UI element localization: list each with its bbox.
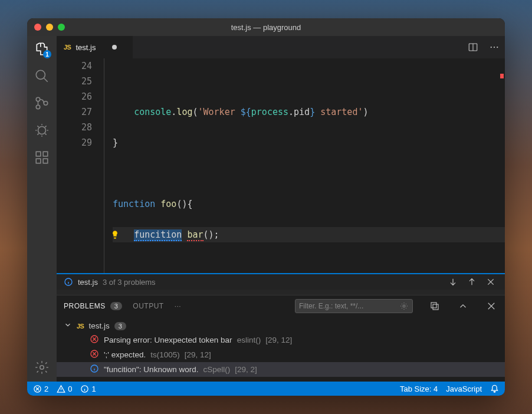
file-problem-count: 3 xyxy=(114,322,126,330)
minimize-icon[interactable] xyxy=(46,24,53,31)
peek-close-icon[interactable] xyxy=(484,277,498,287)
explorer-badge: 1 xyxy=(43,50,51,58)
status-bar: 2 0 1 Tab Size: 4 JavaScript xyxy=(27,382,505,396)
svg-point-15 xyxy=(403,305,405,307)
problem-source: eslint() xyxy=(237,336,261,344)
maximize-icon[interactable] xyxy=(58,24,65,31)
code-line[interactable] xyxy=(113,166,505,181)
more-actions-icon[interactable] xyxy=(484,36,505,58)
svg-point-1 xyxy=(36,97,40,101)
js-icon: JS xyxy=(64,44,71,51)
code-content[interactable]: console.log('Worker ${process.pid} start… xyxy=(104,58,505,273)
problem-source: cSpell() xyxy=(203,365,230,374)
collapse-all-icon[interactable] xyxy=(428,301,441,311)
problem-file-row[interactable]: JS test.js 3 xyxy=(57,319,505,333)
svg-rect-17 xyxy=(433,304,438,310)
gear-icon[interactable] xyxy=(34,359,50,376)
svg-rect-7 xyxy=(43,159,48,163)
svg-point-9 xyxy=(40,366,44,370)
split-editor-icon[interactable] xyxy=(462,36,484,58)
status-warnings[interactable]: 0 xyxy=(57,385,72,393)
status-errors[interactable]: 2 xyxy=(33,385,48,393)
peek-next-icon[interactable] xyxy=(446,277,460,287)
tab-problems[interactable]: PROBLEMS 3 xyxy=(64,302,122,310)
chevron-up-icon[interactable] xyxy=(457,301,469,311)
code-line[interactable]: console.log('Worker ${process.pid} start… xyxy=(113,104,505,120)
js-icon: JS xyxy=(77,323,84,330)
vscode-window: test.js — playground 1 xyxy=(27,18,505,396)
problems-list: JS test.js 3 Parsing error: Unexpected t… xyxy=(57,317,505,382)
window-body: 1 JS xyxy=(27,36,505,382)
code-line[interactable] xyxy=(113,74,505,89)
svg-rect-16 xyxy=(431,303,436,308)
error-icon xyxy=(90,349,99,360)
svg-rect-8 xyxy=(43,152,48,156)
problem-peek: test.js 3 of 3 problems "funcition": Unk… xyxy=(57,273,505,295)
info-icon xyxy=(64,277,73,287)
svg-point-13 xyxy=(497,47,498,48)
info-icon xyxy=(90,364,99,375)
peek-header: test.js 3 of 3 problems xyxy=(57,274,505,290)
code-line[interactable]: } xyxy=(113,135,505,150)
titlebar: test.js — playground xyxy=(27,18,505,36)
source-control-icon[interactable] xyxy=(34,95,50,111)
svg-point-11 xyxy=(491,47,492,48)
peek-body: "funcition": Unknown word. cSpell xyxy=(57,290,505,295)
problem-source: ts(1005) xyxy=(150,350,180,359)
svg-rect-6 xyxy=(36,159,41,163)
window-title: test.js — playground xyxy=(231,23,301,32)
debug-icon[interactable] xyxy=(34,122,50,139)
lightbulb-icon[interactable] xyxy=(110,229,120,244)
problem-location: [29, 12] xyxy=(185,350,211,359)
peek-file: test.js xyxy=(78,278,98,287)
explorer-icon[interactable]: 1 xyxy=(34,41,50,57)
code-editor[interactable]: 24 25 26 27 28 29 console.log('Worker ${… xyxy=(57,58,505,295)
svg-point-12 xyxy=(494,47,495,48)
problem-location: [29, 2] xyxy=(235,365,257,374)
panel-close-icon[interactable] xyxy=(485,301,498,311)
svg-point-2 xyxy=(36,105,40,109)
search-icon[interactable] xyxy=(34,68,50,84)
svg-point-4 xyxy=(38,127,46,134)
problem-row[interactable]: Parsing error: Unexpected token bar esli… xyxy=(57,333,505,347)
error-icon xyxy=(90,334,99,346)
dirty-indicator-icon xyxy=(112,45,117,50)
peek-prev-icon[interactable] xyxy=(465,277,479,287)
tab-row: JS test.js xyxy=(57,36,505,58)
minimap-error-marker[interactable] xyxy=(500,74,504,78)
panel-overflow-icon[interactable]: ··· xyxy=(175,302,182,310)
tab-output[interactable]: OUTPUT xyxy=(133,302,163,310)
problem-file: test.js xyxy=(88,321,109,330)
tab-testjs[interactable]: JS test.js xyxy=(57,36,133,58)
bell-icon[interactable] xyxy=(490,385,499,393)
problem-location: [29, 12] xyxy=(265,336,292,344)
problem-message: "funcition": Unknown word. xyxy=(104,365,198,374)
close-icon[interactable] xyxy=(34,24,41,31)
svg-point-0 xyxy=(36,70,45,79)
chevron-down-icon xyxy=(64,321,72,331)
problem-row[interactable]: ';' expected. ts(1005) [29, 12] xyxy=(57,347,505,362)
panel-tabs: PROBLEMS 3 OUTPUT ··· Filter. E.g.: text… xyxy=(57,295,505,317)
status-info[interactable]: 1 xyxy=(80,385,96,393)
editor-main: JS test.js 24 25 26 xyxy=(57,36,505,382)
problems-count-badge: 3 xyxy=(110,302,123,310)
traffic-lights xyxy=(34,24,65,31)
svg-rect-5 xyxy=(36,152,41,156)
code-line[interactable]: funcition bar(); xyxy=(113,227,505,242)
code-line[interactable]: function foo(){ xyxy=(113,196,505,212)
filter-settings-icon[interactable] xyxy=(399,301,409,311)
filter-placeholder: Filter. E.g.: text, **/... xyxy=(299,302,396,310)
problem-row[interactable]: "funcition": Unknown word. cSpell() [29,… xyxy=(57,362,505,377)
peek-summary: 3 of 3 problems xyxy=(103,278,156,287)
line-gutter: 24 25 26 27 28 29 xyxy=(57,58,104,273)
status-tabsize[interactable]: Tab Size: 4 xyxy=(400,385,438,393)
problem-message: ';' expected. xyxy=(104,350,146,359)
activity-bar: 1 xyxy=(27,36,57,382)
bottom-panel: PROBLEMS 3 OUTPUT ··· Filter. E.g.: text… xyxy=(57,295,505,382)
problem-message: Parsing error: Unexpected token bar xyxy=(104,336,232,344)
extensions-icon[interactable] xyxy=(34,149,50,166)
tab-label: test.js xyxy=(75,43,96,52)
svg-point-3 xyxy=(44,101,48,106)
filter-input[interactable]: Filter. E.g.: text, **/... xyxy=(295,299,413,313)
status-language[interactable]: JavaScript xyxy=(446,385,482,393)
